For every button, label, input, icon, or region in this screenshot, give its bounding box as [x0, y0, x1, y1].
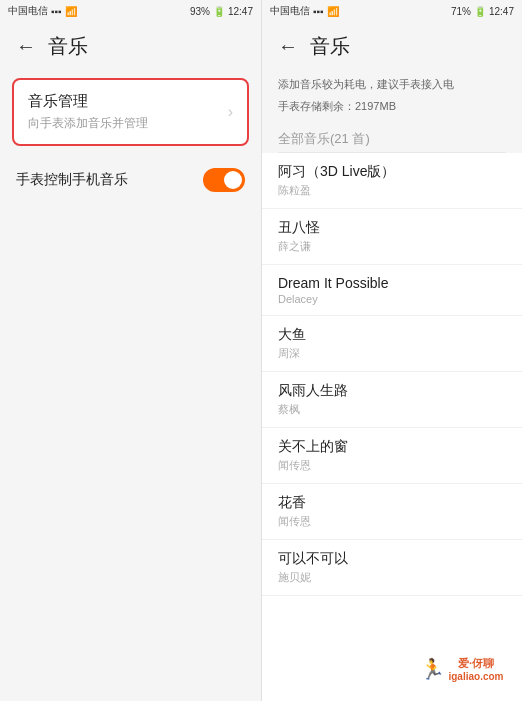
song-item[interactable]: 阿习（3D Live版）陈粒盈 [262, 153, 522, 209]
page-title-left: 音乐 [48, 33, 88, 60]
page-title-right: 音乐 [310, 33, 350, 60]
song-item[interactable]: 花香闻传恩 [262, 484, 522, 540]
header-right: ← 音乐 [262, 22, 522, 70]
music-mgmt-title: 音乐管理 [28, 92, 148, 111]
song-list: 阿习（3D Live版）陈粒盈丑八怪薛之谦Dream It PossibleDe… [262, 153, 522, 702]
back-button-left[interactable]: ← [16, 35, 36, 58]
header-left: ← 音乐 [0, 22, 261, 70]
song-title: 可以不可以 [278, 550, 506, 568]
song-item[interactable]: 关不上的窗闻传恩 [262, 428, 522, 484]
song-artist: 薛之谦 [278, 239, 506, 254]
left-panel: 中国电信 ▪▪▪ 📶 93% 🔋 12:47 ← 音乐 音乐管理 向手表添加音乐… [0, 0, 261, 701]
music-mgmt-content: 音乐管理 向手表添加音乐并管理 [28, 92, 148, 132]
song-title: 大鱼 [278, 326, 506, 344]
toggle-switch[interactable] [203, 168, 245, 192]
chevron-right-icon: › [228, 103, 233, 121]
song-title: 风雨人生路 [278, 382, 506, 400]
song-item[interactable]: 风雨人生路蔡枫 [262, 372, 522, 428]
control-label: 手表控制手机音乐 [16, 171, 128, 189]
storage-text: 手表存储剩余：2197MB [262, 99, 522, 122]
watermark: 🏃 爱·伢聊 igaliao.com [407, 646, 517, 691]
toggle-knob [224, 171, 242, 189]
music-mgmt-subtitle: 向手表添加音乐并管理 [28, 115, 148, 132]
notice-text: 添加音乐较为耗电，建议手表接入电 [262, 70, 522, 99]
section-header: 全部音乐(21 首) [262, 122, 522, 152]
song-item[interactable]: 大鱼周深 [262, 316, 522, 372]
watermark-url: igaliao.com [448, 671, 503, 682]
carrier-left: 中国电信 ▪▪▪ 📶 [8, 4, 77, 18]
song-title: 丑八怪 [278, 219, 506, 237]
status-bar-right: 中国电信 ▪▪▪ 📶 71% 🔋 12:47 [262, 0, 522, 22]
battery-time-right: 71% 🔋 12:47 [451, 6, 514, 17]
music-management-card[interactable]: 音乐管理 向手表添加音乐并管理 › [12, 78, 249, 146]
carrier-right: 中国电信 ▪▪▪ 📶 [270, 4, 339, 18]
status-bar-left: 中国电信 ▪▪▪ 📶 93% 🔋 12:47 [0, 0, 261, 22]
right-panel: 中国电信 ▪▪▪ 📶 71% 🔋 12:47 ← 音乐 添加音乐较为耗电，建议手… [261, 0, 522, 701]
song-artist: 陈粒盈 [278, 183, 506, 198]
song-artist: 施贝妮 [278, 570, 506, 585]
song-artist: 闻传恩 [278, 458, 506, 473]
song-item[interactable]: 可以不可以施贝妮 [262, 540, 522, 596]
song-artist: 周深 [278, 346, 506, 361]
song-artist: 蔡枫 [278, 402, 506, 417]
song-artist: Delacey [278, 293, 506, 305]
back-button-right[interactable]: ← [278, 35, 298, 58]
battery-time-left: 93% 🔋 12:47 [190, 6, 253, 17]
song-title: Dream It Possible [278, 275, 506, 291]
control-row: 手表控制手机音乐 [0, 154, 261, 206]
song-title: 阿习（3D Live版） [278, 163, 506, 181]
song-title: 关不上的窗 [278, 438, 506, 456]
watermark-icon: 🏃 [420, 657, 445, 681]
song-artist: 闻传恩 [278, 514, 506, 529]
song-item[interactable]: 丑八怪薛之谦 [262, 209, 522, 265]
song-title: 花香 [278, 494, 506, 512]
song-item[interactable]: Dream It PossibleDelacey [262, 265, 522, 316]
watermark-text: 爱·伢聊 [458, 656, 494, 671]
